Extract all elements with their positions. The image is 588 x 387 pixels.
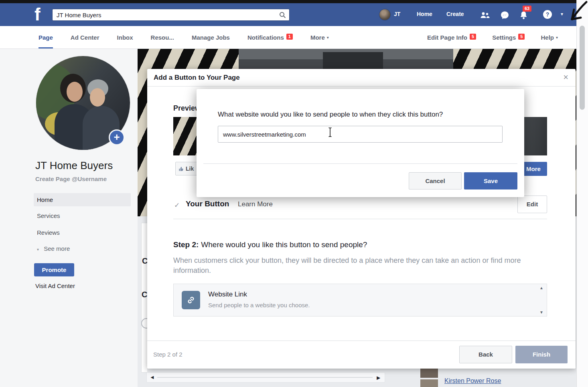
cover-detail (323, 52, 383, 69)
user-shortcut[interactable]: JT (394, 11, 400, 17)
page-sidebar: + JT Home Buyers Create Page @Username H… (0, 49, 138, 387)
add-profile-photo-icon[interactable]: + (109, 129, 125, 145)
annotation-arrow (558, 0, 588, 35)
sidebar-item-home[interactable]: Home (34, 193, 131, 206)
save-button[interactable]: Save (464, 172, 517, 189)
visit-ad-center-link[interactable]: Visit Ad Center (35, 282, 75, 289)
search-icon[interactable] (279, 12, 286, 18)
person-link[interactable]: Kirsten Power Rose (444, 377, 501, 385)
page-admin-nav: Page Ad Center Inbox Resou... Manage Job… (0, 26, 576, 49)
check-icon: ✓ (174, 201, 180, 210)
option-title: Website Link (208, 290, 247, 298)
topbar-create-link[interactable]: Create (446, 11, 464, 17)
tab-ad-center[interactable]: Ad Center (71, 26, 99, 48)
help-caret-icon: ▾ (556, 35, 558, 40)
tab-page[interactable]: Page (39, 26, 53, 48)
list-item-thumbnail[interactable] (420, 379, 438, 387)
notifications-bell-icon[interactable] (520, 11, 527, 20)
step-2-description: When customers click your button, they w… (173, 256, 536, 276)
back-button[interactable]: Back (459, 346, 512, 363)
user-avatar[interactable] (379, 9, 390, 20)
website-url-input[interactable] (218, 126, 503, 143)
modal-title: Add a Button to Your Page (154, 69, 240, 87)
divider (203, 163, 517, 164)
facebook-topbar: f JT Home Create 63 ? ▾ (0, 3, 576, 26)
tab-inbox[interactable]: Inbox (117, 26, 133, 48)
more-caret-icon: ▾ (327, 35, 329, 40)
tab-notifications[interactable]: Notifications 1 (247, 26, 293, 48)
thumbs-up-icon (178, 166, 184, 172)
dialog-question: What website would you like to send peop… (218, 111, 443, 119)
step-2-heading: Step 2:Where would you like this button … (173, 240, 367, 249)
see-more-caret-icon: ▾ (37, 247, 39, 252)
finish-button[interactable]: Finish (515, 346, 568, 363)
modal-footer: Step 2 of 2 Back Finish (147, 341, 576, 369)
option-subtitle: Send people to a website you choose. (208, 302, 310, 308)
website-url-dialog: What website would you like to send peop… (197, 89, 524, 197)
page-nav-right: Edit Page Info 5 Settings 5 Help ▾ (427, 26, 576, 48)
option-scroll-down-icon[interactable]: ▼ (539, 310, 543, 314)
your-button-heading: Your Button (186, 200, 229, 208)
create-username-link[interactable]: Create Page @Username (35, 175, 107, 182)
facebook-logo[interactable]: f (34, 4, 41, 25)
sidebar-item-services[interactable]: Services (37, 212, 60, 219)
tab-more[interactable]: More ▾ (310, 26, 329, 48)
promote-button[interactable]: Promote (34, 263, 74, 276)
step-indicator: Step 2 of 2 (153, 351, 182, 358)
edit-button[interactable]: Edit (517, 196, 547, 213)
friend-requests-icon[interactable] (480, 11, 490, 20)
vertical-scrollbar[interactable] (576, 0, 588, 387)
preview-cover-fragment (173, 117, 199, 155)
person-1-face (67, 82, 83, 102)
option-scroll-up-icon[interactable]: ▲ (539, 286, 543, 290)
page-title: JT Home Buyers (35, 159, 113, 172)
notification-count-badge: 63 (523, 6, 531, 12)
sidebar-item-reviews[interactable]: Reviews (37, 229, 60, 236)
text-cursor-icon (327, 127, 333, 137)
edit-page-info-badge: 5 (470, 34, 476, 40)
edit-page-info-button[interactable]: Edit Page Info 5 (427, 34, 476, 41)
settings-button[interactable]: Settings 5 (492, 34, 525, 41)
tab-manage-jobs[interactable]: Manage Jobs (192, 26, 230, 48)
divider (173, 219, 547, 219)
cancel-button[interactable]: Cancel (409, 172, 462, 189)
tab-resources[interactable]: Resou... (151, 26, 174, 48)
scrollbar-thumb[interactable] (580, 26, 585, 110)
person-2-face (90, 88, 105, 107)
search-input[interactable] (53, 9, 289, 20)
messenger-icon[interactable] (501, 11, 509, 20)
scroll-right-icon[interactable]: ► (375, 374, 381, 381)
top-black-strip (0, 0, 588, 3)
modal-header: Add a Button to Your Page × (147, 69, 576, 87)
close-icon[interactable]: × (563, 72, 568, 83)
topbar-home-link[interactable]: Home (417, 11, 432, 17)
background-text-fragment: C (142, 290, 147, 299)
sidebar-see-more[interactable]: ▾ See more (37, 245, 70, 252)
scrollbar-track (157, 377, 373, 378)
link-icon (182, 291, 200, 309)
scroll-left-icon[interactable]: ◄ (150, 374, 155, 380)
like-button-fragment[interactable]: Lik (175, 162, 198, 175)
website-link-option[interactable]: Website Link Send people to a website yo… (173, 284, 547, 316)
search-box (52, 9, 290, 21)
help-icon[interactable]: ? (543, 10, 552, 19)
settings-badge: 5 (518, 34, 525, 40)
notifications-tab-badge: 1 (286, 34, 293, 40)
learn-more-link[interactable]: Learn More (238, 200, 273, 208)
facebook-page-admin-screen: f JT Home Create 63 ? ▾ Page Ad (0, 0, 588, 387)
help-menu-button[interactable]: Help ▾ (541, 34, 558, 41)
horizontal-scrollbar[interactable]: ◄ ► (146, 372, 385, 383)
